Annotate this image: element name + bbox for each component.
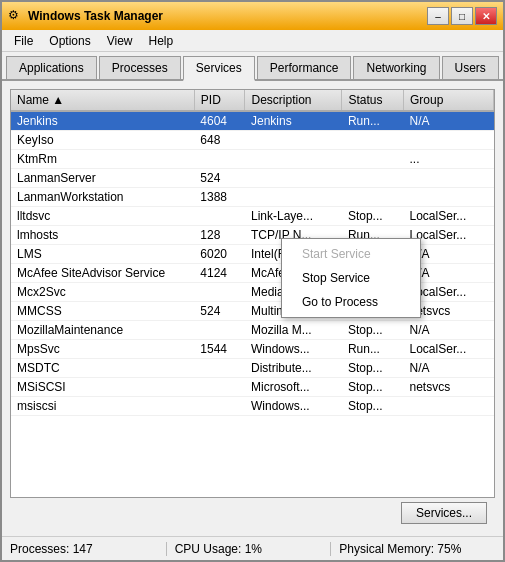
cell-group: LocalSer... [404,207,494,226]
window-title: Windows Task Manager [28,9,423,23]
table-row[interactable]: lltdsvcLink-Laye...Stop...LocalSer... [11,207,494,226]
status-bar: Processes: 147 CPU Usage: 1% Physical Me… [2,536,503,560]
cell-pid [194,150,245,169]
table-row[interactable]: MSiSCSIMicrosoft...Stop...netsvcs [11,378,494,397]
cell-pid: 648 [194,131,245,150]
window: ⚙ Windows Task Manager – □ ✕ File Option… [0,0,505,562]
cell-status [342,150,404,169]
cell-pid [194,397,245,416]
tab-users[interactable]: Users [442,56,499,79]
table-row[interactable]: MpsSvc1544Windows...Run...LocalSer... [11,340,494,359]
menu-bar: File Options View Help [2,30,503,52]
cell-name: KtmRm [11,150,194,169]
tab-services[interactable]: Services [183,56,255,81]
ctx-go-to-process[interactable]: Go to Process [282,290,420,314]
cell-status [342,169,404,188]
cell-name: lmhosts [11,226,194,245]
cell-desc: Mozilla M... [245,321,342,340]
maximize-button[interactable]: □ [451,7,473,25]
cell-desc: Windows... [245,397,342,416]
menu-file[interactable]: File [6,32,41,50]
col-header-group[interactable]: Group [404,90,494,111]
cell-desc: Microsoft... [245,378,342,397]
cell-group [404,188,494,207]
cell-status [342,188,404,207]
cell-status [342,131,404,150]
table-scroll[interactable]: Name ▲ PID Description Status Group Jenk… [11,90,494,497]
cell-desc [245,131,342,150]
cpu-label: CPU Usage: 1% [175,542,262,556]
services-table-container: Name ▲ PID Description Status Group Jenk… [10,89,495,498]
menu-view[interactable]: View [99,32,141,50]
cell-name: MSDTC [11,359,194,378]
cell-pid: 4604 [194,111,245,131]
cell-pid: 524 [194,302,245,321]
cell-group [404,131,494,150]
cell-pid: 128 [194,226,245,245]
cell-name: McAfee SiteAdvisor Service [11,264,194,283]
col-header-description[interactable]: Description [245,90,342,111]
cell-group: netsvcs [404,378,494,397]
cell-name: MSiSCSI [11,378,194,397]
cell-status: Run... [342,111,404,131]
cell-name: KeyIso [11,131,194,150]
table-row[interactable]: LMS6020Intel(R) ...Run...N/A [11,245,494,264]
cell-desc: Link-Laye... [245,207,342,226]
close-button[interactable]: ✕ [475,7,497,25]
cell-status: Stop... [342,321,404,340]
col-header-status[interactable]: Status [342,90,404,111]
menu-help[interactable]: Help [141,32,182,50]
cell-group: N/A [404,321,494,340]
cell-name: LanmanWorkstation [11,188,194,207]
cell-name: Mcx2Svc [11,283,194,302]
cell-group: LocalSer... [404,340,494,359]
table-row[interactable]: lmhosts128TCP/IP N...Run...LocalSer... [11,226,494,245]
col-header-name[interactable]: Name ▲ [11,90,194,111]
minimize-button[interactable]: – [427,7,449,25]
table-row[interactable]: KtmRm... [11,150,494,169]
menu-options[interactable]: Options [41,32,98,50]
app-icon: ⚙ [8,8,24,24]
cell-status: Stop... [342,378,404,397]
context-menu: Start Service Stop Service Go to Process [281,238,421,318]
cell-name: LanmanServer [11,169,194,188]
tab-performance[interactable]: Performance [257,56,352,79]
cell-name: lltdsvc [11,207,194,226]
cell-pid [194,321,245,340]
tab-applications[interactable]: Applications [6,56,97,79]
cell-name: MozillaMaintenance [11,321,194,340]
tab-processes[interactable]: Processes [99,56,181,79]
ctx-start-service[interactable]: Start Service [282,242,420,266]
cell-group: N/A [404,111,494,131]
cell-name: MpsSvc [11,340,194,359]
table-row[interactable]: McAfee SiteAdvisor Service4124McAfee S..… [11,264,494,283]
table-row[interactable]: msiscsiWindows...Stop... [11,397,494,416]
table-row[interactable]: Mcx2SvcMedia Ce...Stop...LocalSer... [11,283,494,302]
cell-status: Run... [342,340,404,359]
status-memory: Physical Memory: 75% [330,542,495,556]
table-row[interactable]: Jenkins4604JenkinsRun...N/A [11,111,494,131]
table-row[interactable]: LanmanWorkstation1388 [11,188,494,207]
cell-status: Stop... [342,397,404,416]
table-row[interactable]: MSDTCDistribute...Stop...N/A [11,359,494,378]
processes-label: Processes: 147 [10,542,93,556]
cell-pid: 4124 [194,264,245,283]
cell-pid: 524 [194,169,245,188]
table-row[interactable]: MMCSS524Multimed...Run...netsvcs [11,302,494,321]
cell-pid [194,378,245,397]
window-controls: – □ ✕ [427,7,497,25]
status-processes: Processes: 147 [10,542,166,556]
cell-pid: 6020 [194,245,245,264]
cell-desc: Windows... [245,340,342,359]
tab-networking[interactable]: Networking [353,56,439,79]
table-row[interactable]: KeyIso648 [11,131,494,150]
table-row[interactable]: MozillaMaintenanceMozilla M...Stop...N/A [11,321,494,340]
services-button[interactable]: Services... [401,502,487,524]
cell-status: Stop... [342,207,404,226]
table-row[interactable]: LanmanServer524 [11,169,494,188]
col-header-pid[interactable]: PID [194,90,245,111]
cell-name: Jenkins [11,111,194,131]
ctx-stop-service[interactable]: Stop Service [282,266,420,290]
bottom-bar: Services... [10,498,495,528]
cell-desc: Jenkins [245,111,342,131]
